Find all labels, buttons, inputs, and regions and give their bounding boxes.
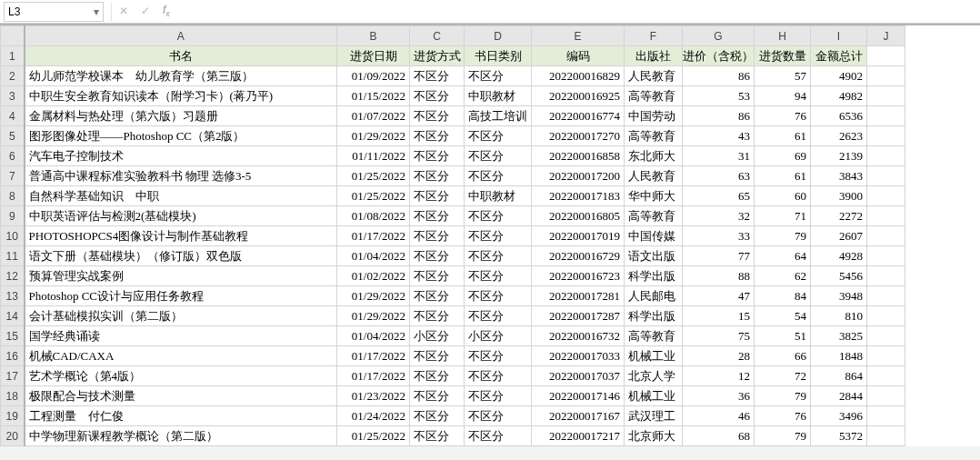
cell[interactable]: 86 bbox=[683, 66, 755, 86]
cell[interactable]: 中国劳动 bbox=[625, 106, 683, 126]
row-header[interactable]: 12 bbox=[1, 266, 25, 286]
cell[interactable] bbox=[867, 66, 905, 86]
cell[interactable]: 中职英语评估与检测2(基础模块) bbox=[25, 206, 337, 226]
cell[interactable]: 60 bbox=[755, 186, 811, 206]
cell[interactable]: 不区分 bbox=[410, 426, 465, 446]
cell[interactable]: 4982 bbox=[811, 86, 867, 106]
cell[interactable]: 66 bbox=[755, 346, 811, 366]
cell[interactable]: 不区分 bbox=[410, 206, 465, 226]
cell[interactable]: 15 bbox=[683, 306, 755, 326]
cell[interactable]: 工程测量 付仁俊 bbox=[25, 406, 337, 426]
row-header[interactable]: 17 bbox=[1, 366, 25, 386]
column-header-B[interactable]: B bbox=[337, 26, 410, 46]
table-header-cell[interactable]: 进价（含税） bbox=[683, 46, 755, 66]
cell[interactable] bbox=[867, 126, 905, 146]
cell[interactable] bbox=[867, 306, 905, 326]
cell[interactable]: 2272 bbox=[811, 206, 867, 226]
cell[interactable]: 01/29/2022 bbox=[337, 126, 410, 146]
cell[interactable]: 汽车电子控制技术 bbox=[25, 146, 337, 166]
cell[interactable]: 72 bbox=[755, 366, 811, 386]
column-header-A[interactable]: A bbox=[25, 26, 337, 46]
cell[interactable] bbox=[867, 426, 905, 446]
cell[interactable]: 北京人学 bbox=[625, 366, 683, 386]
table-header-cell[interactable]: 书日类别 bbox=[465, 46, 532, 66]
cell[interactable]: 不区分 bbox=[465, 146, 532, 166]
cell[interactable]: 华中师大 bbox=[625, 186, 683, 206]
row-header[interactable]: 4 bbox=[1, 106, 25, 126]
cell[interactable]: 中职生安全教育知识读本（附学习卡）(蒋乃平) bbox=[25, 86, 337, 106]
cell[interactable]: 01/23/2022 bbox=[337, 386, 410, 406]
cell[interactable]: 79 bbox=[755, 386, 811, 406]
cell[interactable]: 01/04/2022 bbox=[337, 246, 410, 266]
cell[interactable]: 不区分 bbox=[410, 106, 465, 126]
cell[interactable]: 4902 bbox=[811, 66, 867, 86]
cell[interactable]: 57 bbox=[755, 66, 811, 86]
column-header-G[interactable]: G bbox=[683, 26, 755, 46]
row-header[interactable]: 20 bbox=[1, 426, 25, 446]
cell[interactable]: 不区分 bbox=[465, 346, 532, 366]
cell[interactable]: 43 bbox=[683, 126, 755, 146]
cell[interactable]: 88 bbox=[683, 266, 755, 286]
cell[interactable]: 不区分 bbox=[465, 226, 532, 246]
cell[interactable] bbox=[867, 226, 905, 246]
cell[interactable]: 75 bbox=[683, 326, 755, 346]
cell[interactable]: 武汉理工 bbox=[625, 406, 683, 426]
cell[interactable]: 科学出版 bbox=[625, 266, 683, 286]
row-header[interactable]: 19 bbox=[1, 406, 25, 426]
cell[interactable]: 3825 bbox=[811, 326, 867, 346]
cell[interactable]: 不区分 bbox=[410, 346, 465, 366]
cell[interactable] bbox=[867, 346, 905, 366]
cell[interactable]: 28 bbox=[683, 346, 755, 366]
cell[interactable] bbox=[867, 266, 905, 286]
cell[interactable]: 高等教育 bbox=[625, 206, 683, 226]
table-header-cell[interactable]: 进货数量 bbox=[755, 46, 811, 66]
select-all-corner[interactable] bbox=[1, 26, 25, 46]
cell[interactable]: 图形图像处理——Photoshop CC（第2版） bbox=[25, 126, 337, 146]
cell[interactable]: 01/24/2022 bbox=[337, 406, 410, 426]
cell[interactable]: 53 bbox=[683, 86, 755, 106]
cell[interactable]: 2607 bbox=[811, 226, 867, 246]
cell[interactable]: 01/29/2022 bbox=[337, 306, 410, 326]
cell[interactable]: 01/09/2022 bbox=[337, 66, 410, 86]
cell[interactable]: 小区分 bbox=[410, 326, 465, 346]
cell[interactable]: 47 bbox=[683, 286, 755, 306]
cell[interactable]: 不区分 bbox=[410, 306, 465, 326]
column-header-D[interactable]: D bbox=[465, 26, 532, 46]
cell[interactable]: 中国传媒 bbox=[625, 226, 683, 246]
row-header[interactable]: 6 bbox=[1, 146, 25, 166]
cell[interactable]: 62 bbox=[755, 266, 811, 286]
cell[interactable]: 1848 bbox=[811, 346, 867, 366]
cell[interactable]: 202200017200 bbox=[532, 166, 625, 186]
cell[interactable]: 01/29/2022 bbox=[337, 286, 410, 306]
column-header-F[interactable]: F bbox=[625, 26, 683, 46]
cell[interactable]: 3900 bbox=[811, 186, 867, 206]
cell[interactable]: 01/25/2022 bbox=[337, 186, 410, 206]
cell[interactable]: 01/25/2022 bbox=[337, 426, 410, 446]
cell[interactable]: 不区分 bbox=[465, 426, 532, 446]
cell[interactable]: 不区分 bbox=[465, 266, 532, 286]
cell[interactable]: 01/17/2022 bbox=[337, 346, 410, 366]
cell[interactable]: 不区分 bbox=[410, 146, 465, 166]
cell[interactable]: 5456 bbox=[811, 266, 867, 286]
cell[interactable]: 2844 bbox=[811, 386, 867, 406]
cell[interactable]: 科学出版 bbox=[625, 306, 683, 326]
table-header-cell[interactable]: 金额总计 bbox=[811, 46, 867, 66]
cell[interactable]: 中职教材 bbox=[465, 86, 532, 106]
cell[interactable]: 4928 bbox=[811, 246, 867, 266]
cell[interactable]: 金属材料与热处理（第六版）习题册 bbox=[25, 106, 337, 126]
cell[interactable]: 东北师大 bbox=[625, 146, 683, 166]
cell[interactable]: PHOTOSHOPCS4图像设计与制作基础教程 bbox=[25, 226, 337, 246]
cell[interactable]: 国学经典诵读 bbox=[25, 326, 337, 346]
row-header[interactable]: 7 bbox=[1, 166, 25, 186]
cell[interactable] bbox=[867, 86, 905, 106]
cell[interactable] bbox=[867, 146, 905, 166]
cell[interactable] bbox=[867, 246, 905, 266]
cell[interactable]: 不区分 bbox=[465, 66, 532, 86]
cell[interactable]: 不区分 bbox=[465, 126, 532, 146]
cell[interactable]: 202200016805 bbox=[532, 206, 625, 226]
cell[interactable]: 202200016729 bbox=[532, 246, 625, 266]
cell[interactable]: 高等教育 bbox=[625, 86, 683, 106]
cell[interactable] bbox=[867, 406, 905, 426]
cell[interactable]: 2139 bbox=[811, 146, 867, 166]
cell[interactable]: 202200017183 bbox=[532, 186, 625, 206]
